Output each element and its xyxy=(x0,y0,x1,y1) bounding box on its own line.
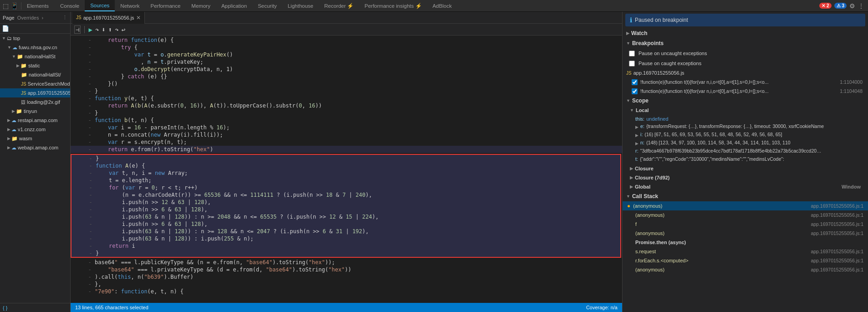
curly-icon[interactable]: { } xyxy=(3,305,7,311)
tree-item-gif[interactable]: 🖼 loading@2x.gif xyxy=(0,97,70,107)
code-editor[interactable]: - return function(e) { - try { - var t =… xyxy=(71,36,622,303)
line-content: return function(e) { xyxy=(93,36,622,44)
line-content: }, xyxy=(93,281,622,288)
line-arrow: - xyxy=(87,288,93,295)
tab-adblock[interactable]: AdBlock xyxy=(427,0,457,11)
pause-uncaught-label: Pause on uncaught exceptions xyxy=(638,51,707,56)
scope-item-e[interactable]: ▶ e: {transformRequest: {…}, transformRe… xyxy=(623,123,868,131)
expand-icon[interactable]: › xyxy=(41,15,43,20)
pause-caught-row[interactable]: Pause on caught exceptions xyxy=(623,58,868,68)
tab-page[interactable]: Page xyxy=(3,15,15,20)
tree-item-tinyun[interactable]: ▶ 📁 tinyun xyxy=(0,107,70,116)
scope-item-i[interactable]: ▶ i: (16) [67, 51, 65, 69, 53, 56, 55, 5… xyxy=(623,131,868,139)
scope-item-this[interactable]: this: undefined xyxy=(623,115,868,123)
line-num xyxy=(71,235,87,242)
cs-item-3[interactable]: f app.1697015255056.js:1 xyxy=(623,220,868,229)
tab-lighthouse[interactable]: Lighthouse xyxy=(282,0,319,11)
tab-memory[interactable]: Memory xyxy=(186,0,216,11)
watch-section[interactable]: ▶ Watch xyxy=(623,28,868,38)
tree-item-service[interactable]: JS ServiceSearchMod xyxy=(0,79,70,88)
scope-item-t[interactable]: t: {"addr":"\"","regnCode":"310000","med… xyxy=(623,156,868,164)
pause-uncaught-row[interactable]: Pause on uncaught exceptions xyxy=(623,48,868,58)
tab-elements[interactable]: Elements xyxy=(21,0,55,11)
expand-e[interactable]: ▶ xyxy=(635,125,638,129)
tab-performance[interactable]: Performance xyxy=(145,0,186,11)
resume-icon[interactable]: ▶ xyxy=(88,26,92,33)
close-tab-icon[interactable]: ✕ xyxy=(136,15,141,21)
expand-n[interactable]: ▶ xyxy=(635,141,638,146)
cs-item-4[interactable]: (anonymous) app.1697015255056.js:1 xyxy=(623,229,868,238)
badge-red: ✕ 2 xyxy=(819,3,831,9)
bp-check-1[interactable] xyxy=(632,79,638,85)
tab-console[interactable]: Console xyxy=(55,0,85,11)
local-header[interactable]: ▼ Local xyxy=(623,106,868,115)
tab-perf-insights[interactable]: Performance insights ⚡ xyxy=(359,0,427,11)
cs-item-8[interactable]: (anonymous) app.1697015255056.js:1 xyxy=(623,265,868,274)
line-arrow: - xyxy=(87,44,93,51)
step-into-icon[interactable]: ⬇ xyxy=(102,26,105,33)
info-icon: ℹ xyxy=(630,16,632,24)
code-line: - } xyxy=(71,87,622,95)
tab-sources[interactable]: Sources xyxy=(85,0,115,11)
line-num xyxy=(71,117,87,124)
line-num xyxy=(71,73,87,80)
more-icon[interactable]: ⋮ xyxy=(858,2,864,10)
cs-item-5[interactable]: Promise.then (async) xyxy=(623,238,868,247)
call-stack-header[interactable]: ▼ Call Stack xyxy=(623,191,868,201)
deactivate-bp-icon[interactable]: ↩ xyxy=(122,26,125,33)
settings-icon[interactable]: ⚙ xyxy=(849,2,855,10)
tree-item-webapi[interactable]: ▶ ☁ webapi.amap.com xyxy=(0,143,70,152)
tree-item-static[interactable]: ▶ 📁 static xyxy=(0,61,70,70)
step-over-icon[interactable]: ↷ xyxy=(95,26,99,33)
inspect-icon[interactable]: ⬚ xyxy=(3,2,9,10)
global-row[interactable]: ▶ Global Window xyxy=(623,182,868,191)
tree-item-nationalhall[interactable]: ▼ 📁 nationalHallSt xyxy=(0,52,70,61)
closure7d92-label: Closure (7d92) xyxy=(635,175,669,180)
step-out-icon[interactable]: ⬆ xyxy=(108,26,112,33)
cs-item-1[interactable]: ● (anonymous) app.1697015255056.js:1 xyxy=(623,201,868,210)
tree-item-app[interactable]: JS app.1697015255050 xyxy=(0,88,70,97)
tree-item-top[interactable]: ▼ 🗂 top xyxy=(0,34,70,43)
closure-7d92-header[interactable]: ▶ Closure (7d92) xyxy=(623,173,868,182)
line-num xyxy=(71,220,87,228)
code-line-selected: - return i xyxy=(71,242,620,250)
cs-item-6[interactable]: s.request app.1697015255056.js:1 xyxy=(623,247,868,256)
watch-label: Watch xyxy=(631,30,648,36)
tree-item-cnzz[interactable]: ▶ ☁ v1.cnzz.com xyxy=(0,125,70,134)
tree-item-restapi[interactable]: ▶ ☁ restapi.amap.com xyxy=(0,116,70,125)
pause-uncaught-checkbox[interactable] xyxy=(629,51,635,56)
new-file-icon[interactable]: 📄 xyxy=(2,25,9,32)
expand-i[interactable]: ▶ xyxy=(635,133,638,138)
breakpoints-header[interactable]: ▼ Breakpoints xyxy=(623,38,868,48)
pause-caught-checkbox[interactable] xyxy=(629,61,635,66)
code-line-selected: - } xyxy=(71,250,620,257)
bp-entry-1[interactable]: !function(e){function t(t){for(var n,i,o… xyxy=(623,77,868,87)
device-icon[interactable]: 📱 xyxy=(10,2,18,10)
left-panel-more[interactable]: ⋮ xyxy=(62,15,67,20)
scope-item-n[interactable]: ▶ n: (148) [123, 34, 97, 100, 100, 114, … xyxy=(623,139,868,148)
cs-item-7[interactable]: r.forEach.s.<computed> app.1697015255056… xyxy=(623,256,868,265)
bp-file-row: JS app.1697015255056.js xyxy=(623,68,868,77)
collapse-panel-icon[interactable]: ⊣ xyxy=(74,26,81,34)
editor-tab-active[interactable]: JS app.1697015255056.js ✕ xyxy=(72,12,145,24)
scope-item-r[interactable]: r: "3dfbca4667b978f639bb23b95dce4cc7bdf1… xyxy=(623,148,868,156)
closure-header[interactable]: ▶ Closure xyxy=(623,164,868,173)
tab-application[interactable]: Application xyxy=(216,0,252,11)
tab-recorder[interactable]: Recorder ⚡ xyxy=(319,0,359,11)
folder-icon: 🗂 xyxy=(7,36,12,41)
bp-check-2[interactable] xyxy=(632,88,638,94)
tree-item-wasm[interactable]: ▶ 📁 wasm xyxy=(0,134,70,143)
tab-network[interactable]: Network xyxy=(115,0,145,11)
cs-item-2[interactable]: (anonymous) app.1697015255056.js:1 xyxy=(623,210,868,220)
tree-item-nhst-sub[interactable]: 📁 nationalHallSt/ xyxy=(0,70,70,79)
line-content: base64" === l.publicKeyType && (n = e.fr… xyxy=(93,259,622,266)
tree-label: app.1697015255050 xyxy=(28,90,70,96)
step-icon[interactable]: ↷ xyxy=(115,26,118,33)
scope-header[interactable]: ▼ Scope xyxy=(623,96,868,106)
tab-security[interactable]: Security xyxy=(252,0,282,11)
cs-loc-3: app.1697015255056.js:1 xyxy=(811,221,863,227)
bp-entry-2[interactable]: !function(e){function t(t){for(var n,i,o… xyxy=(623,87,868,96)
line-num xyxy=(71,95,87,102)
tree-item-fuwu[interactable]: ▼ ☁ fuwu.nhsa.gov.cn xyxy=(0,43,70,52)
tab-overrides[interactable]: Overrides xyxy=(17,15,39,20)
